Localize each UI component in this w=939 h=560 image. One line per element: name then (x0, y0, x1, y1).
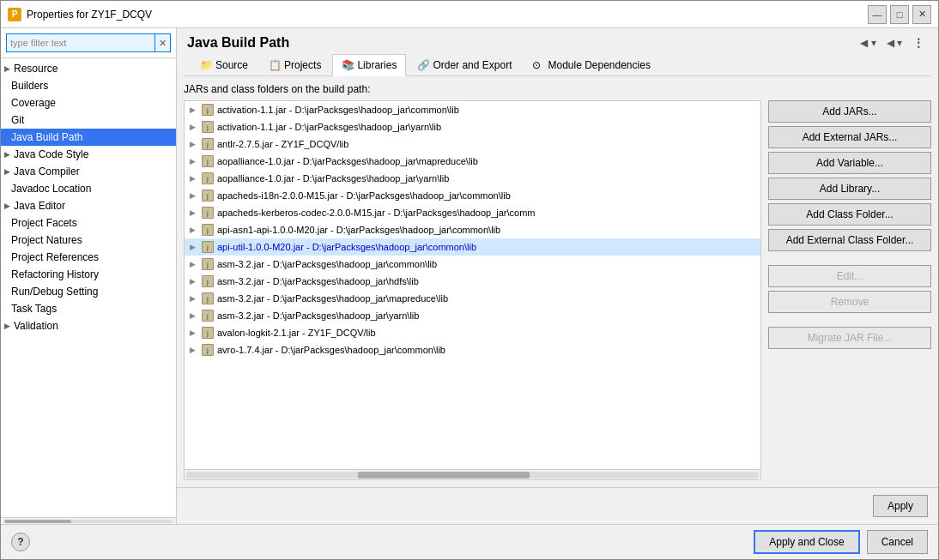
sidebar-item-task-tags[interactable]: Task Tags (1, 300, 176, 317)
tab-order-export[interactable]: 🔗 Order and Export (408, 54, 521, 75)
sidebar-item-javadoc-location[interactable]: Javadoc Location (1, 180, 176, 197)
sidebar-item-coverage[interactable]: Coverage (1, 94, 176, 111)
add-class-folder-button[interactable]: Add Class Folder... (768, 203, 931, 226)
module-dep-tab-icon: ⊙ (532, 59, 544, 71)
sidebar-list: ▶ Resource Builders Coverage Git Java Bu… (1, 58, 176, 517)
sidebar-item-java-compiler[interactable]: ▶ Java Compiler (1, 163, 176, 180)
nav-back-button[interactable]: ◀ ▾ (857, 35, 879, 51)
filter-clear-button[interactable]: ✕ (155, 33, 171, 52)
more-options-button[interactable]: ⋮ (909, 36, 928, 50)
scrollbar-track (186, 472, 759, 479)
expand-icon: ▶ (190, 208, 198, 217)
list-item[interactable]: ▶ j asm-3.2.jar - D:\jarPacksges\hadoop_… (185, 290, 760, 307)
buttons-panel: Add JARs... Add External JARs... Add Var… (768, 100, 931, 480)
sidebar-item-validation[interactable]: ▶ Validation (1, 317, 176, 334)
tab-libraries[interactable]: 📚 Libraries (332, 54, 406, 76)
list-item[interactable]: ▶ j activation-1.1.jar - D:\jarPacksges\… (185, 118, 760, 135)
content-label: JARs and class folders on the build path… (184, 83, 931, 95)
sidebar-item-project-facets[interactable]: Project Facets (1, 214, 176, 232)
tab-source[interactable]: 📁 Source (191, 54, 257, 75)
jar-icon: j (202, 121, 214, 133)
list-item[interactable]: ▶ j avalon-logkit-2.1.jar - ZY1F_DCQV/li… (185, 324, 760, 341)
add-variable-button[interactable]: Add Variable... (768, 152, 931, 174)
expand-icon: ▶ (190, 226, 198, 234)
expand-icon: ▶ (190, 140, 198, 148)
jar-icon: j (202, 104, 214, 116)
list-item[interactable]: ▶ j avro-1.7.4.jar - D:\jarPacksges\hado… (185, 341, 760, 358)
arrow-icon: ▶ (4, 167, 10, 176)
migrate-jar-button[interactable]: Migrate JAR File... (768, 327, 931, 349)
add-library-button[interactable]: Add Library... (768, 178, 931, 200)
libraries-tab-icon: 📚 (342, 59, 354, 71)
sidebar-item-java-editor[interactable]: ▶ Java Editor (1, 197, 176, 214)
jar-icon: j (202, 155, 214, 167)
list-item[interactable]: ▶ j api-asn1-api-1.0.0-M20.jar - D:\jarP… (185, 221, 760, 238)
content-area: JARs and class folders on the build path… (184, 83, 931, 480)
sidebar-item-run-debug-setting[interactable]: Run/Debug Setting (1, 283, 176, 300)
filter-box: ✕ (1, 28, 176, 58)
sidebar-item-git[interactable]: Git (1, 111, 176, 129)
sidebar-item-project-natures[interactable]: Project Natures (1, 232, 176, 249)
file-list[interactable]: ▶ j activation-1.1.jar - D:\jarPacksges\… (185, 101, 760, 469)
list-item[interactable]: ▶ j antlr-2.7.5.jar - ZY1F_DCQV/lib (185, 135, 760, 153)
tab-projects[interactable]: 📋 Projects (259, 54, 330, 75)
add-external-jars-button[interactable]: Add External JARs... (768, 126, 931, 148)
edit-button[interactable]: Edit... (768, 265, 931, 287)
tab-module-dependencies[interactable]: ⊙ Module Dependencies (523, 54, 659, 75)
sidebar-item-project-references[interactable]: Project References (1, 249, 176, 266)
maximize-button[interactable]: □ (890, 5, 909, 24)
jar-icon: j (202, 310, 214, 322)
title-bar: P Properties for ZY1F_DCQV — □ ✕ (1, 1, 938, 28)
expand-icon: ▶ (190, 277, 198, 286)
sidebar-item-java-code-style[interactable]: ▶ Java Code Style (1, 146, 176, 163)
expand-icon: ▶ (190, 260, 198, 268)
expand-icon: ▶ (190, 328, 198, 337)
horizontal-scrollbar[interactable] (185, 469, 760, 479)
window-icon: P (8, 8, 21, 21)
arrow-icon: ▶ (4, 150, 10, 159)
sidebar-item-resource[interactable]: ▶ Resource (1, 60, 176, 77)
list-item[interactable]: ▶ j asm-3.2.jar - D:\jarPacksges\hadoop_… (185, 256, 760, 273)
jar-icon: j (202, 190, 214, 202)
apply-button[interactable]: Apply (873, 495, 928, 517)
footer-buttons: Apply and Close Cancel (754, 530, 928, 554)
expand-icon: ▶ (190, 294, 198, 303)
expand-icon: ▶ (190, 105, 198, 114)
sidebar-item-java-build-path[interactable]: Java Build Path (1, 129, 176, 146)
list-item[interactable]: ▶ j apacheds-kerberos-codec-2.0.0-M15.ja… (185, 204, 760, 221)
panel-title: Java Build Path (187, 35, 289, 51)
expand-icon: ▶ (190, 243, 198, 251)
expand-icon: ▶ (190, 174, 198, 183)
arrow-icon: ▶ (4, 322, 10, 330)
nav-forward-button[interactable]: ◀ ▾ (883, 35, 906, 51)
sidebar-item-refactoring-history[interactable]: Refactoring History (1, 266, 176, 283)
sidebar-item-builders[interactable]: Builders (1, 77, 176, 94)
jar-icon: j (202, 207, 214, 219)
expand-icon: ▶ (190, 123, 198, 131)
list-item[interactable]: ▶ j apacheds-i18n-2.0.0-M15.jar - D:\jar… (185, 187, 760, 204)
search-input[interactable] (6, 33, 155, 52)
jar-icon: j (202, 241, 214, 253)
sidebar-scrollbar[interactable] (1, 517, 176, 524)
sidebar: ✕ ▶ Resource Builders Coverage Git J (1, 28, 177, 524)
content-body: ▶ j activation-1.1.jar - D:\jarPacksges\… (184, 100, 931, 480)
list-item[interactable]: ▶ j aopalliance-1.0.jar - D:\jarPacksges… (185, 170, 760, 187)
close-button[interactable]: ✕ (912, 5, 931, 24)
list-item[interactable]: ▶ j api-util-1.0.0-M20.jar - D:\jarPacks… (185, 238, 760, 256)
jar-icon: j (202, 172, 214, 184)
button-spacer (768, 255, 931, 262)
list-item[interactable]: ▶ j activation-1.1.jar - D:\jarPacksges\… (185, 101, 760, 118)
add-jars-button[interactable]: Add JARs... (768, 100, 931, 123)
minimize-button[interactable]: — (868, 5, 887, 24)
apply-close-button[interactable]: Apply and Close (754, 530, 859, 554)
list-item[interactable]: ▶ j aopalliance-1.0.jar - D:\jarPacksges… (185, 153, 760, 170)
list-item[interactable]: ▶ j asm-3.2.jar - D:\jarPacksges\hadoop_… (185, 273, 760, 290)
scrollbar-thumb (358, 472, 530, 479)
footer: ? Apply and Close Cancel (1, 524, 938, 559)
panel-header: Java Build Path ◀ ▾ ◀ ▾ ⋮ (177, 28, 938, 54)
add-external-class-folder-button[interactable]: Add External Class Folder... (768, 229, 931, 251)
remove-button[interactable]: Remove (768, 291, 931, 313)
list-item[interactable]: ▶ j asm-3.2.jar - D:\jarPacksges\hadoop_… (185, 307, 760, 324)
cancel-button[interactable]: Cancel (867, 530, 928, 554)
help-button[interactable]: ? (11, 533, 30, 551)
